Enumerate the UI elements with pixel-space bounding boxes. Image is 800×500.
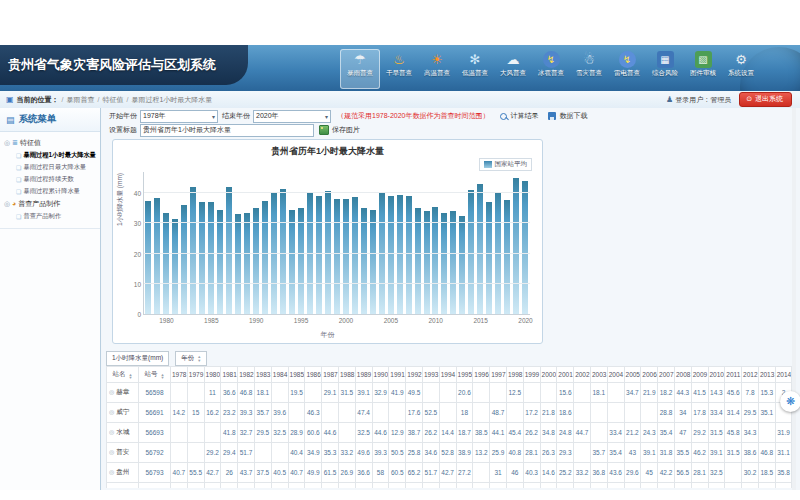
sort-arrows-icon[interactable]: ▲▼ <box>129 373 133 380</box>
scroll-strip[interactable] <box>792 108 796 490</box>
sidebar-item[interactable]: ❏普查产品制作 <box>16 210 100 222</box>
year-column-header[interactable]: 1995 <box>456 367 473 383</box>
year-column-header[interactable]: 2014 <box>775 367 792 383</box>
year-column-header[interactable]: 2011 <box>725 367 742 383</box>
year-column-header[interactable]: 1979 <box>187 367 204 383</box>
station-name-cell[interactable]: ◎普安 <box>107 443 139 463</box>
year-column-header[interactable]: 1999 <box>523 367 540 383</box>
column-header[interactable]: 站名▲▼ <box>107 367 139 383</box>
collapse-icon[interactable]: ◎ <box>4 200 10 208</box>
year-column-header[interactable]: 1985 <box>288 367 305 383</box>
year-column-header[interactable]: 1988 <box>338 367 355 383</box>
sort-arrows-icon[interactable]: ▲▼ <box>161 373 165 380</box>
value-cell: 31.9 <box>775 423 792 443</box>
chart-bar <box>459 216 465 314</box>
x-tick-label: 1980 <box>159 317 173 324</box>
nav-item-hail[interactable]: ↯冰雹普查 <box>532 49 570 89</box>
breadcrumb-link[interactable]: 暴雨普查 <box>67 96 95 103</box>
year-column-header[interactable]: 1984 <box>271 367 288 383</box>
year-column-header[interactable]: 1993 <box>422 367 439 383</box>
sidebar-group-1[interactable]: ◎◕普查产品制作 <box>4 197 100 210</box>
value-cell: 29.3 <box>557 443 574 463</box>
table-row: ◎威宁5669114.21516.223.239.335.739.646.347… <box>107 403 796 423</box>
year-column-header[interactable]: 2008 <box>674 367 691 383</box>
year-column-header[interactable]: 1987 <box>322 367 339 383</box>
year-column-header[interactable]: 2000 <box>540 367 557 383</box>
station-name-cell[interactable]: ◎威宁 <box>107 403 139 423</box>
nav-item-high-temp[interactable]: ☀高温普查 <box>418 49 456 89</box>
start-year-label: 开始年份 <box>109 111 137 121</box>
year-column-header[interactable]: 2002 <box>574 367 591 383</box>
year-column-header[interactable]: 1981 <box>221 367 238 383</box>
year-column-header[interactable]: 2007 <box>658 367 675 383</box>
value-type-chip[interactable]: 1小时降水量(mm) <box>106 351 169 366</box>
breadcrumb-link[interactable]: 暴雨过程1小时最大降水量 <box>131 96 212 103</box>
column-header[interactable]: 站号▲▼ <box>139 367 171 383</box>
nav-item-map-review[interactable]: ▧图件审核 <box>684 49 722 89</box>
year-column-header[interactable]: 2005 <box>624 367 641 383</box>
year-column-header[interactable]: 2006 <box>641 367 658 383</box>
logout-button[interactable]: ⊙ 退出系统 <box>739 92 792 107</box>
nav-item-low-temp[interactable]: ✻低温普查 <box>456 49 494 89</box>
chart-bar <box>441 213 447 314</box>
year-column-header[interactable]: 1990 <box>372 367 389 383</box>
floating-widget-icon[interactable]: ❋ <box>780 391 800 412</box>
nav-item-settings[interactable]: ⚙系统设置 <box>722 49 760 89</box>
value-cell: 26.2 <box>422 423 439 443</box>
start-year-select[interactable]: 1978年 ▾ <box>140 110 218 123</box>
year-column-header[interactable]: 1986 <box>305 367 322 383</box>
year-column-header[interactable]: 1989 <box>355 367 372 383</box>
sidebar-item[interactable]: ❏暴雨过程1小时最大降水量 <box>16 149 100 161</box>
station-name-cell[interactable]: ◎盘州 <box>107 463 139 483</box>
breadcrumb-link[interactable]: 特征值 <box>102 96 123 103</box>
radio-icon[interactable]: ◎ <box>109 389 114 395</box>
sidebar-group-0[interactable]: ◎≣特征值 <box>4 136 100 149</box>
nav-item-lightning[interactable]: ↯雷电普查 <box>608 49 646 89</box>
year-column-header[interactable]: 1994 <box>439 367 456 383</box>
station-name-cell[interactable]: ◎水城 <box>107 423 139 443</box>
value-cell: 29.5 <box>658 483 675 489</box>
radio-icon[interactable]: ◎ <box>109 469 114 475</box>
year-column-header[interactable]: 2010 <box>708 367 725 383</box>
value-cell <box>254 443 271 463</box>
breadcrumb-separator: / <box>126 96 128 103</box>
end-year-select[interactable]: 2020年 ▾ <box>253 110 331 123</box>
nav-item-rainstorm[interactable]: ☂暴雨普查 <box>340 49 380 89</box>
download-button[interactable]: 数据下载 <box>548 111 587 121</box>
year-column-header[interactable]: 1982 <box>238 367 255 383</box>
radio-icon[interactable]: ◎ <box>109 449 114 455</box>
chart-title-input[interactable] <box>140 124 314 137</box>
year-column-header[interactable]: 2001 <box>557 367 574 383</box>
year-column-header[interactable]: 1997 <box>490 367 507 383</box>
calculate-button[interactable]: 计算结果 <box>500 111 538 121</box>
sidebar-item[interactable]: ❏暴雨过程持续天数 <box>16 173 100 185</box>
value-cell: 35.7 <box>254 403 271 423</box>
sidebar-item[interactable]: ❏暴雨过程累计降水量 <box>16 185 100 197</box>
year-column-header[interactable]: 1983 <box>254 367 271 383</box>
year-column-header[interactable]: 1998 <box>506 367 523 383</box>
nav-item-wind[interactable]: ☁大风普查 <box>494 49 532 89</box>
radio-icon[interactable]: ◎ <box>109 409 114 415</box>
collapse-icon[interactable]: ◎ <box>4 139 10 147</box>
year-column-header[interactable]: 2012 <box>742 367 759 383</box>
year-column-header[interactable]: 1992 <box>406 367 423 383</box>
table-row: ◎赫章565981136.646.818.119.529.131.539.132… <box>107 383 796 403</box>
nav-item-snow[interactable]: ☃雪灾普查 <box>570 49 608 89</box>
year-sort-chip[interactable]: 年份 ▲▼ <box>175 351 207 366</box>
year-column-header[interactable]: 2009 <box>691 367 708 383</box>
year-column-header[interactable]: 2013 <box>758 367 775 383</box>
radio-icon[interactable]: ◎ <box>109 429 114 435</box>
station-name-cell[interactable]: ◎桐梓 <box>107 483 139 489</box>
chart-bar <box>208 202 214 314</box>
year-column-header[interactable]: 1991 <box>389 367 406 383</box>
nav-item-drought[interactable]: ♨干旱普查 <box>380 49 418 89</box>
station-name-cell[interactable]: ◎赫章 <box>107 383 139 403</box>
sidebar-item[interactable]: ❏暴雨过程日最大降水量 <box>16 161 100 173</box>
nav-item-risk[interactable]: ▦综合风险 <box>646 49 684 89</box>
year-column-header[interactable]: 1996 <box>473 367 490 383</box>
save-image-button[interactable]: 保存图片 <box>319 125 360 135</box>
year-column-header[interactable]: 1980 <box>204 367 221 383</box>
year-column-header[interactable]: 2003 <box>590 367 607 383</box>
year-column-header[interactable]: 2004 <box>607 367 624 383</box>
year-column-header[interactable]: 1978 <box>171 367 188 383</box>
